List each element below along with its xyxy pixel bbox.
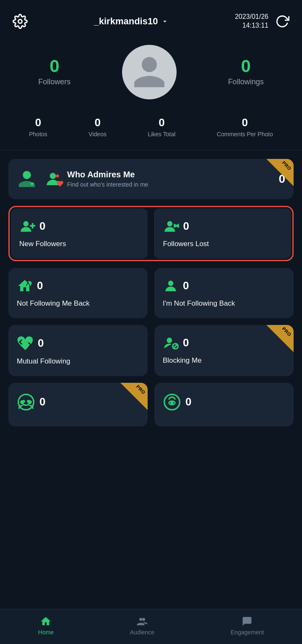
not-following-card[interactable]: 0 I'm Not Following Back [154, 268, 294, 318]
blocking-pro-corner [266, 325, 294, 352]
svg-point-10 [27, 282, 29, 283]
admires-content: Who Admires Me Find out who's interested… [67, 170, 273, 188]
not-following-back-card[interactable]: 0 Not Following Me Back [8, 268, 148, 318]
person-plain-icon [163, 278, 179, 294]
followings-label: Followings [228, 78, 264, 86]
analytics-eye-card[interactable]: 0 [154, 383, 294, 426]
followers-count: 0 [38, 57, 70, 75]
time-text: 14:13:11 [235, 21, 268, 30]
new-followers-icon-row: 0 [19, 218, 139, 234]
row2: 0 Not Following Me Back 0 I'm Not Follow… [8, 268, 294, 318]
audience-icon [136, 614, 148, 627]
engagement-icon [241, 614, 253, 627]
sub-stats-row: 0 Photos 0 Videos 0 Likes Total 0 Commen… [0, 112, 302, 151]
analytics-pro-corner [120, 383, 148, 410]
engagement-label: Engagement [231, 629, 264, 636]
pro-corner-decoration [266, 159, 294, 186]
svg-point-19 [28, 400, 32, 404]
person-add-icon [19, 218, 35, 234]
followers-stat[interactable]: 0 Followers [38, 57, 70, 86]
settings-icon[interactable] [13, 14, 28, 29]
svg-point-5 [167, 221, 172, 226]
svg-point-23 [139, 618, 142, 621]
home-icon [40, 614, 52, 627]
dropdown-chevron-icon [161, 18, 169, 25]
svg-point-24 [142, 618, 145, 621]
row3: 0 Mutual Following PRO 0 Blocking Me [8, 325, 294, 376]
photos-stat[interactable]: 0 Photos [29, 116, 47, 138]
likes-stat[interactable]: 0 Likes Total [148, 116, 175, 138]
followers-label: Followers [38, 78, 70, 86]
svg-line-14 [173, 344, 177, 348]
who-admires-card[interactable]: PRO [8, 159, 294, 199]
date-text: 2023/01/26 [235, 13, 268, 21]
nav-audience[interactable]: Audience [130, 614, 154, 636]
admires-icon [17, 169, 37, 189]
person-remove-icon [163, 218, 179, 234]
blocking-me-card[interactable]: PRO 0 Blocking Me [154, 325, 294, 376]
home-label: Home [38, 629, 54, 636]
profile-section: 0 Followers 0 Followings [0, 36, 302, 112]
comments-stat[interactable]: 0 Comments Per Photo [217, 116, 273, 138]
heart-icon [56, 180, 64, 187]
highlighted-row: 0 New Followers 0 Followers Lo [8, 206, 294, 261]
person-block-icon [163, 335, 179, 351]
analytics-people-icon [17, 393, 35, 411]
svg-point-18 [20, 400, 24, 404]
mutual-following-card[interactable]: 0 Mutual Following [8, 325, 148, 376]
avatar-icon [130, 53, 168, 91]
videos-stat[interactable]: 0 Videos [89, 116, 107, 138]
avatar[interactable] [122, 45, 177, 99]
analytics-eye-icon [163, 393, 181, 411]
heart-arrows-icon [17, 335, 34, 352]
followers-lost-card[interactable]: 0 Followers Lost [154, 208, 292, 259]
datetime-display: 2023/01/26 14:13:11 [235, 13, 268, 30]
header: _kirkmandis10 2023/01/26 14:13:11 [0, 0, 302, 36]
followings-count: 0 [228, 57, 264, 75]
analytics-people-card[interactable]: PRO 0 [8, 383, 148, 426]
username-display[interactable]: _kirkmandis10 [94, 16, 169, 27]
nav-home[interactable]: Home [38, 614, 54, 636]
followings-stat[interactable]: 0 Followings [228, 57, 264, 86]
svg-point-12 [167, 338, 172, 343]
im-not-following-icon-row: 0 [163, 278, 285, 294]
admires-subtitle: Find out who's interested in me [67, 181, 273, 188]
followers-lost-icon-row: 0 [163, 218, 283, 234]
svg-point-22 [171, 402, 173, 404]
username-text: _kirkmandis10 [94, 16, 158, 27]
svg-point-2 [23, 221, 29, 226]
svg-point-1 [50, 173, 56, 179]
mutual-icon-row: 0 [17, 335, 139, 352]
not-following-icon-row: 0 [17, 278, 139, 294]
svg-point-0 [18, 19, 22, 23]
person-home-icon [17, 278, 33, 294]
admires-title: Who Admires Me [67, 170, 273, 179]
header-right: 2023/01/26 14:13:11 [235, 13, 289, 30]
row4: PRO 0 [8, 383, 294, 426]
new-followers-card[interactable]: 0 New Followers [11, 208, 148, 259]
svg-point-11 [168, 280, 174, 286]
refresh-icon[interactable] [275, 14, 289, 29]
nav-engagement[interactable]: Engagement [231, 614, 264, 636]
bottom-nav: Home Audience Engagement [0, 609, 302, 644]
cards-container: PRO [0, 151, 302, 468]
audience-label: Audience [130, 629, 154, 636]
analytics-eye-icon-row: 0 [163, 393, 285, 411]
